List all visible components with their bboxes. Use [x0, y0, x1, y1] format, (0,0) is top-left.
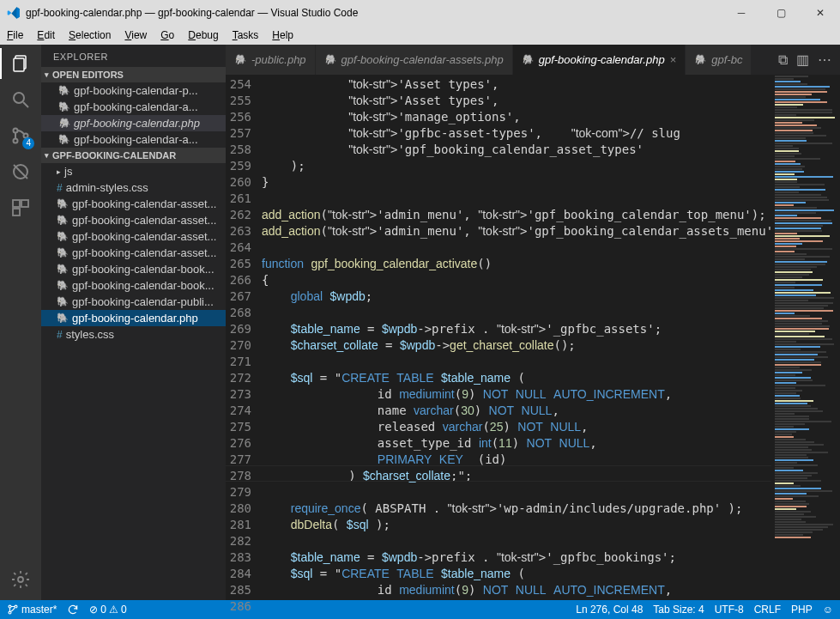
debug-icon[interactable] — [9, 160, 33, 184]
open-editor-item[interactable]: 🐘gpf-booking-calendar-a... — [41, 99, 226, 115]
open-editor-item[interactable]: 🐘gpf-booking-calendar.php — [41, 115, 226, 131]
open-editors-header[interactable]: OPEN EDITORS — [41, 67, 226, 82]
status-language[interactable]: PHP — [791, 604, 813, 616]
svg-point-13 — [9, 605, 11, 608]
sidebar-title: EXPLORER — [41, 45, 226, 67]
window-minimize-button[interactable]: ─ — [722, 0, 761, 26]
explorer-icon[interactable] — [9, 52, 33, 76]
menu-help[interactable]: Help — [265, 27, 300, 43]
code-editor[interactable]: "tok-str">'Asset types', "tok-str">'Asse… — [262, 75, 771, 600]
svg-line-3 — [23, 102, 28, 107]
editor-tab[interactable]: 🐘gpf-booking-calendar-assets.php — [316, 45, 513, 75]
file-tree-item[interactable]: 🐘 gpf-booking-calendar-asset... — [41, 245, 226, 261]
menu-selection[interactable]: Selection — [62, 27, 118, 43]
status-sync[interactable] — [67, 604, 79, 616]
tab-close-icon[interactable]: × — [670, 53, 677, 66]
file-tree-item[interactable]: # admin-styles.css — [41, 179, 226, 196]
svg-rect-9 — [13, 200, 20, 207]
extensions-icon[interactable] — [9, 196, 33, 220]
window-close-button[interactable]: ✕ — [801, 0, 840, 26]
window-title: gpf-booking-calendar.php — gpf-booking-c… — [26, 7, 358, 19]
status-eol[interactable]: CRLF — [754, 604, 781, 616]
menu-view[interactable]: View — [118, 27, 154, 43]
settings-gear-icon[interactable] — [9, 567, 33, 592]
more-icon[interactable]: ⋯ — [818, 52, 831, 68]
file-tree-item[interactable]: 🐘 gpf-booking-calendar-book... — [41, 277, 226, 294]
svg-rect-10 — [21, 200, 28, 207]
menu-debug[interactable]: Debug — [181, 27, 225, 43]
open-editor-item[interactable]: 🐘gpf-booking-calendar-a... — [41, 131, 226, 148]
search-icon[interactable] — [9, 88, 33, 112]
editor-tab[interactable]: 🐘gpf-booking-calendar.php× — [513, 45, 686, 75]
minimap[interactable] — [771, 75, 840, 600]
file-tree-item[interactable]: 🐘 gpf-booking-calendar-asset... — [41, 212, 226, 228]
file-tree-item[interactable]: 🐘 gpf-booking-calendar-asset... — [41, 228, 226, 245]
status-indent[interactable]: Tab Size: 4 — [653, 604, 704, 616]
svg-point-14 — [9, 611, 11, 614]
editor-tabs: 🐘-public.php🐘gpf-booking-calendar-assets… — [226, 45, 840, 75]
menubar: FileEditSelectionViewGoDebugTasksHelp — [0, 26, 840, 45]
menu-file[interactable]: File — [0, 27, 30, 43]
menu-go[interactable]: Go — [154, 27, 181, 43]
titlebar: gpf-booking-calendar.php — gpf-booking-c… — [0, 0, 840, 26]
status-branch[interactable]: master* — [7, 604, 57, 616]
scm-badge: 4 — [22, 137, 34, 149]
status-problems[interactable]: ⊘ 0 ⚠ 0 — [89, 604, 126, 616]
svg-point-4 — [14, 129, 18, 133]
compare-icon[interactable]: ⧉ — [778, 52, 788, 68]
open-editor-item[interactable]: 🐘gpf-booking-calendar-p... — [41, 82, 226, 99]
status-bar: master* ⊘ 0 ⚠ 0 Ln 276, Col 48 Tab Size:… — [0, 600, 840, 619]
status-feedback-icon[interactable]: ☺ — [823, 604, 833, 616]
svg-point-12 — [18, 577, 23, 582]
line-number-gutter: 254 255 256 257 258 259 260 261 262 263 … — [226, 75, 262, 600]
svg-point-2 — [14, 93, 24, 103]
menu-edit[interactable]: Edit — [30, 27, 62, 43]
file-tree-item[interactable]: js — [41, 163, 226, 179]
status-lncol[interactable]: Ln 276, Col 48 — [576, 604, 643, 616]
activity-bar: 4 — [0, 45, 41, 600]
sidebar: EXPLORER OPEN EDITORS 🐘gpf-booking-calen… — [41, 45, 226, 600]
status-encoding[interactable]: UTF-8 — [715, 604, 744, 616]
file-tree-item[interactable]: 🐘 gpf-booking-calendar-asset... — [41, 196, 226, 212]
editor-tab[interactable]: 🐘gpf-bc — [686, 45, 752, 75]
folder-header[interactable]: GPF-BOOKING-CALENDAR — [41, 148, 226, 163]
split-editor-icon[interactable]: ▥ — [796, 52, 809, 68]
editor-area: 🐘-public.php🐘gpf-booking-calendar-assets… — [226, 45, 840, 600]
editor-tab[interactable]: 🐘-public.php — [226, 45, 316, 75]
svg-point-5 — [14, 139, 18, 143]
scm-icon[interactable]: 4 — [9, 124, 33, 148]
svg-rect-1 — [14, 58, 24, 71]
file-tree-item[interactable]: 🐘 gpf-booking-calendar-book... — [41, 261, 226, 277]
svg-point-15 — [15, 605, 17, 608]
file-tree-item[interactable]: 🐘 gpf-booking-calendar.php — [41, 310, 226, 326]
menu-tasks[interactable]: Tasks — [226, 27, 266, 43]
file-tree-item[interactable]: # styles.css — [41, 326, 226, 343]
file-tree-item[interactable]: 🐘 gpf-booking-calendar-publi... — [41, 294, 226, 310]
window-maximize-button[interactable]: ▢ — [761, 0, 801, 26]
svg-rect-11 — [13, 209, 20, 215]
vscode-logo-icon — [7, 6, 21, 20]
